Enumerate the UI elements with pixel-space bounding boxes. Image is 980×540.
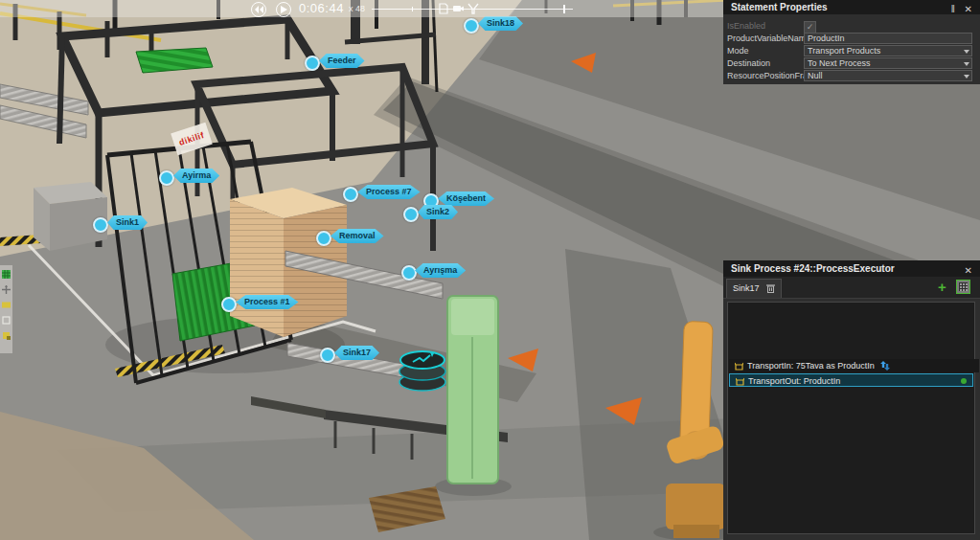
- node-tag-process1[interactable]: Process #1: [236, 295, 299, 309]
- statement-row-text: TransportOut: ProductIn: [748, 376, 840, 386]
- node-dot-process7[interactable]: [343, 187, 358, 202]
- statement-row-transportout[interactable]: TransportOut: ProductIn: [729, 373, 973, 387]
- transport-box-icon: [736, 377, 744, 386]
- grid-tool-icon[interactable]: [2, 270, 11, 279]
- statement-row-text: TransportIn: 75Tava as ProductIn: [747, 361, 875, 371]
- node-tag-process7[interactable]: Process #7: [357, 185, 421, 199]
- destination-select[interactable]: To Next Process: [804, 57, 972, 69]
- node-tag-feeder[interactable]: Feeder: [319, 54, 365, 68]
- node-tag-sink1[interactable]: Sink1: [107, 215, 148, 230]
- mode-select[interactable]: Transport Products: [804, 45, 972, 56]
- productvariablename-input[interactable]: [804, 33, 972, 44]
- simulation-app-window: dikilif Sink18 Feeder Ayirma Process #7 …: [0, 0, 980, 540]
- chevron-down-icon: [964, 50, 969, 54]
- statement-properties-title: Statement Properties ǁ ✕: [723, 0, 980, 14]
- mode-select-value: Transport Products: [808, 46, 880, 56]
- simulation-speed: x 48: [349, 4, 365, 13]
- panel-title-text: Sink Process #24::ProcessExecutor: [731, 263, 895, 274]
- grid-view-button[interactable]: [956, 280, 970, 294]
- grid-icon: [959, 282, 968, 291]
- node-dot-feeder[interactable]: [305, 56, 320, 71]
- node-dot-process1[interactable]: [221, 297, 237, 312]
- property-row-mode: Mode Transport Products: [723, 45, 980, 57]
- viewport-side-toolbar: [0, 265, 12, 353]
- tab-label: Sink17: [733, 283, 760, 293]
- property-label: Destination: [727, 57, 770, 70]
- node-tag-kosebent[interactable]: Köşebent: [438, 191, 494, 206]
- camera-icon[interactable]: [452, 3, 464, 14]
- rewind-button[interactable]: [251, 2, 266, 17]
- process-executor-title: Sink Process #24::ProcessExecutor ✕: [723, 260, 980, 277]
- snap-tool-icon[interactable]: [2, 331, 11, 340]
- node-tag-ayrisma[interactable]: Ayrışma: [415, 263, 466, 278]
- node-tag-sink17[interactable]: Sink17: [334, 346, 379, 360]
- funnel-icon[interactable]: [467, 3, 479, 14]
- rewind-icon: [254, 6, 263, 13]
- statement-properties-panel: Statement Properties ǁ ✕ IsEnabled ✓ Pro…: [723, 0, 980, 84]
- node-tag-sink18[interactable]: Sink18: [478, 16, 523, 31]
- node-dot-sink18[interactable]: [464, 18, 479, 34]
- simulation-time: 0:06:44: [299, 1, 344, 15]
- simulation-toolbar: 0:06:44 x 48: [0, 0, 723, 17]
- node-dot-sink1[interactable]: [93, 217, 108, 233]
- node-dot-sink2[interactable]: [403, 207, 419, 222]
- play-icon: [280, 6, 287, 13]
- chevron-down-icon: [964, 62, 969, 66]
- add-process-button[interactable]: +: [935, 280, 949, 294]
- tab-sink17[interactable]: Sink17: [726, 279, 782, 298]
- play-button[interactable]: [276, 2, 291, 17]
- node-dot-removal[interactable]: [316, 231, 331, 246]
- node-dot-sink17[interactable]: [320, 348, 335, 363]
- statement-list[interactable]: TransportIn: 75Tava as ProductIn Transpo…: [727, 302, 975, 534]
- paste-arrows-icon: [880, 361, 890, 371]
- property-label: IsEnabled: [727, 20, 765, 33]
- status-dot-green: [961, 378, 967, 384]
- statement-row-transportin[interactable]: TransportIn: 75Tava as ProductIn: [729, 359, 979, 372]
- close-icon[interactable]: ✕: [965, 2, 972, 16]
- property-label: ProductVariableName: [727, 33, 810, 45]
- measure-tool-icon[interactable]: [2, 301, 11, 309]
- property-row-destination: Destination To Next Process: [723, 57, 980, 70]
- document-icon[interactable]: [438, 3, 449, 14]
- pin-icon[interactable]: ǁ: [951, 2, 955, 16]
- node-tag-sink2[interactable]: Sink2: [418, 205, 458, 219]
- process-executor-panel: Sink Process #24::ProcessExecutor ✕ Sink…: [723, 260, 980, 540]
- cube-tool-icon[interactable]: [2, 316, 11, 325]
- panel-title-text: Statement Properties: [731, 2, 828, 12]
- resourcepositionframe-select[interactable]: Null: [804, 70, 972, 81]
- transport-box-icon: [735, 362, 743, 371]
- node-dot-ayrisma[interactable]: [401, 265, 417, 281]
- property-label: Mode: [727, 45, 749, 57]
- property-row-productvariablename: ProductVariableName: [723, 33, 980, 45]
- property-row-resourcepositionframe: ResourcePositionFrame Null: [723, 70, 980, 82]
- slider-tick: [412, 7, 413, 11]
- property-row-isenabled: IsEnabled ✓: [723, 20, 980, 33]
- chevron-down-icon: [964, 75, 969, 79]
- trash-icon[interactable]: [766, 283, 775, 293]
- destination-select-value: To Next Process: [808, 58, 871, 68]
- node-tag-ayirma[interactable]: Ayirma: [173, 169, 219, 183]
- node-dot-ayirma[interactable]: [159, 170, 174, 186]
- process-tabstrip: Sink17 +: [723, 277, 980, 299]
- resourcepositionframe-select-value: Null: [808, 71, 823, 80]
- move-tool-icon[interactable]: [2, 285, 11, 294]
- slider-handle[interactable]: [563, 5, 565, 13]
- node-tag-removal[interactable]: Removal: [330, 229, 384, 243]
